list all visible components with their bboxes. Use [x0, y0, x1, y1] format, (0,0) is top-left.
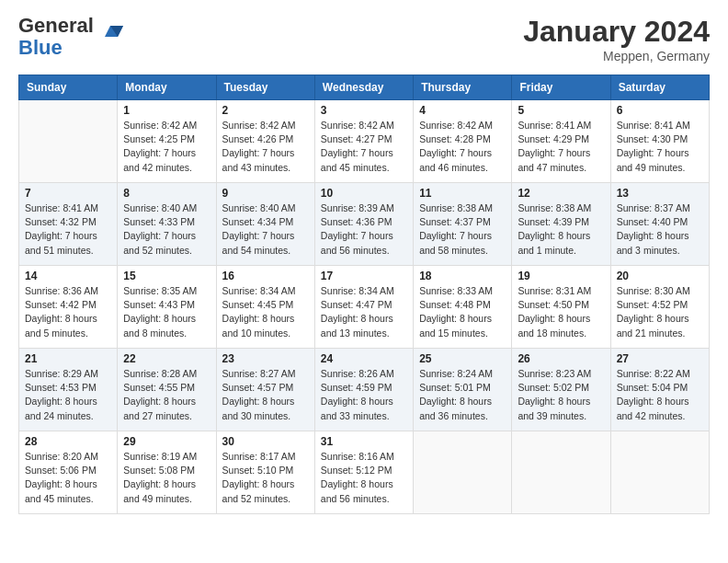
day-info: Sunrise: 8:42 AMSunset: 4:27 PMDaylight:… [321, 119, 407, 175]
day-info: Sunrise: 8:38 AMSunset: 4:39 PMDaylight:… [518, 201, 604, 258]
calendar-cell: 5Sunrise: 8:41 AMSunset: 4:29 PMDaylight… [512, 100, 610, 183]
day-number: 17 [321, 270, 407, 282]
day-info: Sunrise: 8:34 AMSunset: 4:47 PMDaylight:… [321, 284, 407, 340]
logo-blue: Blue [18, 36, 63, 59]
day-info: Sunrise: 8:17 AMSunset: 5:10 PMDaylight:… [222, 450, 309, 506]
calendar-cell: 30Sunrise: 8:17 AMSunset: 5:10 PMDayligh… [216, 431, 314, 514]
day-info: Sunrise: 8:42 AMSunset: 4:26 PMDaylight:… [222, 119, 309, 175]
logo-icon [97, 17, 125, 44]
day-number: 25 [419, 352, 506, 365]
day-info: Sunrise: 8:27 AMSunset: 4:57 PMDaylight:… [222, 367, 309, 423]
day-number: 3 [321, 104, 407, 117]
day-info: Sunrise: 8:34 AMSunset: 4:45 PMDaylight:… [222, 284, 309, 340]
day-info: Sunrise: 8:41 AMSunset: 4:30 PMDaylight:… [617, 119, 703, 175]
day-number: 18 [419, 270, 506, 282]
day-number: 24 [321, 352, 407, 365]
day-number: 14 [25, 270, 111, 282]
col-header-saturday: Saturday [610, 75, 709, 100]
calendar-cell: 10Sunrise: 8:39 AMSunset: 4:36 PMDayligh… [314, 183, 413, 266]
day-number: 22 [123, 352, 210, 365]
col-header-tuesday: Tuesday [216, 75, 314, 100]
calendar-cell: 3Sunrise: 8:42 AMSunset: 4:27 PMDaylight… [314, 100, 413, 183]
calendar-cell: 28Sunrise: 8:20 AMSunset: 5:06 PMDayligh… [19, 431, 118, 514]
day-info: Sunrise: 8:29 AMSunset: 4:53 PMDaylight:… [25, 367, 111, 423]
col-header-monday: Monday [118, 75, 216, 100]
calendar-cell: 1Sunrise: 8:42 AMSunset: 4:25 PMDaylight… [118, 100, 216, 183]
day-number: 8 [123, 187, 210, 200]
col-header-friday: Friday [512, 75, 610, 100]
day-info: Sunrise: 8:41 AMSunset: 4:32 PMDaylight:… [25, 201, 111, 258]
calendar-cell [610, 431, 709, 514]
calendar-cell [512, 431, 610, 514]
day-info: Sunrise: 8:33 AMSunset: 4:48 PMDaylight:… [419, 284, 506, 340]
day-number: 13 [617, 187, 703, 200]
calendar-cell: 14Sunrise: 8:36 AMSunset: 4:42 PMDayligh… [19, 266, 118, 349]
day-number: 16 [222, 270, 309, 282]
day-info: Sunrise: 8:35 AMSunset: 4:43 PMDaylight:… [123, 284, 210, 340]
day-info: Sunrise: 8:42 AMSunset: 4:25 PMDaylight:… [123, 119, 210, 175]
col-header-wednesday: Wednesday [314, 75, 413, 100]
calendar-cell: 12Sunrise: 8:38 AMSunset: 4:39 PMDayligh… [512, 183, 610, 266]
calendar-cell: 16Sunrise: 8:34 AMSunset: 4:45 PMDayligh… [216, 266, 314, 349]
day-info: Sunrise: 8:22 AMSunset: 5:04 PMDaylight:… [617, 367, 703, 423]
calendar-cell: 24Sunrise: 8:26 AMSunset: 4:59 PMDayligh… [314, 349, 413, 431]
calendar-cell: 18Sunrise: 8:33 AMSunset: 4:48 PMDayligh… [414, 266, 512, 349]
day-info: Sunrise: 8:26 AMSunset: 4:59 PMDaylight:… [321, 367, 407, 423]
day-number: 12 [518, 187, 604, 200]
calendar-week-5: 28Sunrise: 8:20 AMSunset: 5:06 PMDayligh… [19, 431, 710, 514]
day-info: Sunrise: 8:37 AMSunset: 4:40 PMDaylight:… [617, 201, 703, 258]
logo: General Blue [18, 15, 125, 59]
calendar-cell: 13Sunrise: 8:37 AMSunset: 4:40 PMDayligh… [610, 183, 709, 266]
day-info: Sunrise: 8:40 AMSunset: 4:34 PMDaylight:… [222, 201, 309, 258]
day-info: Sunrise: 8:28 AMSunset: 4:55 PMDaylight:… [123, 367, 210, 423]
day-number: 2 [222, 104, 309, 117]
calendar-table: SundayMondayTuesdayWednesdayThursdayFrid… [18, 75, 710, 514]
month-title: January 2024 [523, 15, 710, 49]
day-info: Sunrise: 8:36 AMSunset: 4:42 PMDaylight:… [25, 284, 111, 340]
calendar-cell: 22Sunrise: 8:28 AMSunset: 4:55 PMDayligh… [118, 349, 216, 431]
day-info: Sunrise: 8:16 AMSunset: 5:12 PMDaylight:… [321, 450, 407, 506]
calendar-cell: 23Sunrise: 8:27 AMSunset: 4:57 PMDayligh… [216, 349, 314, 431]
calendar-cell: 25Sunrise: 8:24 AMSunset: 5:01 PMDayligh… [414, 349, 512, 431]
calendar-cell: 29Sunrise: 8:19 AMSunset: 5:08 PMDayligh… [118, 431, 216, 514]
day-info: Sunrise: 8:19 AMSunset: 5:08 PMDaylight:… [123, 450, 210, 506]
day-info: Sunrise: 8:41 AMSunset: 4:29 PMDaylight:… [518, 119, 604, 175]
day-number: 26 [518, 352, 604, 365]
day-info: Sunrise: 8:39 AMSunset: 4:36 PMDaylight:… [321, 201, 407, 258]
calendar-cell: 9Sunrise: 8:40 AMSunset: 4:34 PMDaylight… [216, 183, 314, 266]
calendar-cell: 31Sunrise: 8:16 AMSunset: 5:12 PMDayligh… [314, 431, 413, 514]
day-number: 4 [419, 104, 506, 117]
calendar-cell [19, 100, 118, 183]
day-number: 15 [123, 270, 210, 282]
calendar-cell: 4Sunrise: 8:42 AMSunset: 4:28 PMDaylight… [414, 100, 512, 183]
day-number: 19 [518, 270, 604, 282]
calendar-week-3: 14Sunrise: 8:36 AMSunset: 4:42 PMDayligh… [19, 266, 710, 349]
calendar-cell: 2Sunrise: 8:42 AMSunset: 4:26 PMDaylight… [216, 100, 314, 183]
day-number: 1 [123, 104, 210, 117]
day-number: 10 [321, 187, 407, 200]
day-number: 11 [419, 187, 506, 200]
day-info: Sunrise: 8:40 AMSunset: 4:33 PMDaylight:… [123, 201, 210, 258]
day-number: 29 [123, 435, 210, 448]
calendar-cell [414, 431, 512, 514]
day-number: 31 [321, 435, 407, 448]
day-number: 5 [518, 104, 604, 117]
calendar-week-1: 1Sunrise: 8:42 AMSunset: 4:25 PMDaylight… [19, 100, 710, 183]
calendar-cell: 7Sunrise: 8:41 AMSunset: 4:32 PMDaylight… [19, 183, 118, 266]
col-header-sunday: Sunday [19, 75, 118, 100]
col-header-thursday: Thursday [414, 75, 512, 100]
day-number: 9 [222, 187, 309, 200]
calendar-week-2: 7Sunrise: 8:41 AMSunset: 4:32 PMDaylight… [19, 183, 710, 266]
calendar-cell: 8Sunrise: 8:40 AMSunset: 4:33 PMDaylight… [118, 183, 216, 266]
day-number: 21 [25, 352, 111, 365]
page-header: General Blue January 2024 Meppen, German… [18, 15, 710, 63]
logo-general: General [18, 14, 94, 37]
calendar-cell: 27Sunrise: 8:22 AMSunset: 5:04 PMDayligh… [610, 349, 709, 431]
calendar-header: SundayMondayTuesdayWednesdayThursdayFrid… [19, 75, 710, 100]
calendar-cell: 15Sunrise: 8:35 AMSunset: 4:43 PMDayligh… [118, 266, 216, 349]
calendar-cell: 6Sunrise: 8:41 AMSunset: 4:30 PMDaylight… [610, 100, 709, 183]
day-info: Sunrise: 8:42 AMSunset: 4:28 PMDaylight:… [419, 119, 506, 175]
calendar-cell: 17Sunrise: 8:34 AMSunset: 4:47 PMDayligh… [314, 266, 413, 349]
day-info: Sunrise: 8:23 AMSunset: 5:02 PMDaylight:… [518, 367, 604, 423]
day-info: Sunrise: 8:24 AMSunset: 5:01 PMDaylight:… [419, 367, 506, 423]
